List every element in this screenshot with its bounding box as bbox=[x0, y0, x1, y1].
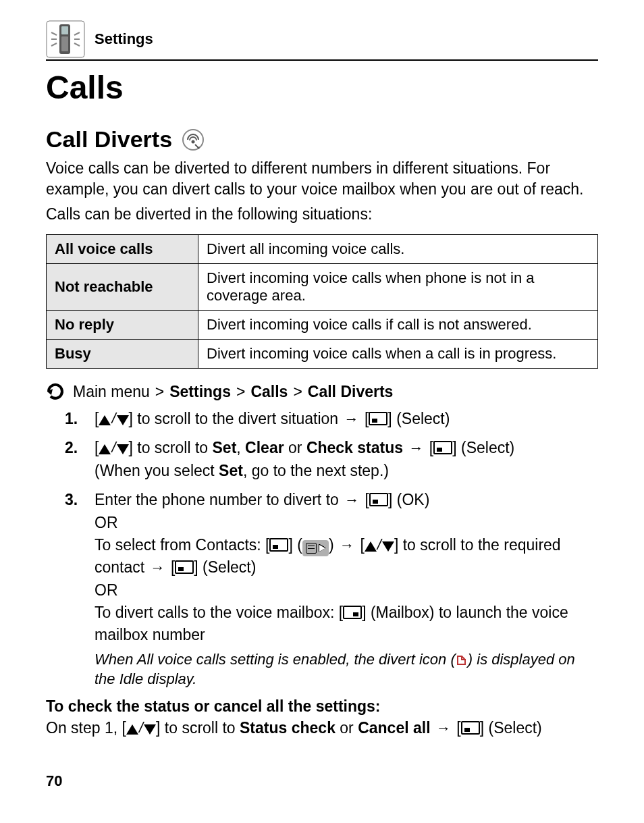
menu-breadcrumb: Main menu > Settings > Calls > Call Dive… bbox=[46, 382, 598, 401]
label-set: Set bbox=[219, 462, 243, 479]
arrow-right-icon: → bbox=[151, 560, 165, 575]
left-softkey-icon bbox=[175, 560, 194, 574]
left-softkey-icon bbox=[461, 721, 480, 735]
row-desc: Divert incoming voice calls when a call … bbox=[198, 340, 598, 369]
intro-paragraph-1: Voice calls can be diverted to different… bbox=[46, 158, 598, 200]
nav-up-icon bbox=[99, 444, 111, 454]
nav-up-icon bbox=[99, 415, 111, 425]
arrow-right-icon: → bbox=[436, 721, 451, 736]
row-label: Not reachable bbox=[47, 264, 198, 311]
crumb-sep: > bbox=[236, 383, 245, 401]
text: (OK) bbox=[397, 491, 430, 508]
table-row: All voice calls Divert all incoming voic… bbox=[47, 235, 598, 264]
section-subtitle: Call Diverts bbox=[46, 126, 172, 153]
divert-status-icon bbox=[456, 652, 468, 664]
label-cancel-all: Cancel all bbox=[358, 719, 430, 737]
note: When All voice calls setting is enabled,… bbox=[95, 649, 598, 689]
crumb-sep: > bbox=[293, 383, 302, 401]
nav-down-icon bbox=[144, 724, 156, 735]
nav-up-icon bbox=[126, 724, 138, 735]
row-desc: Divert incoming voice calls when phone i… bbox=[198, 264, 598, 311]
text: When All voice calls setting is enabled,… bbox=[95, 651, 446, 668]
goto-arrow-icon bbox=[46, 382, 65, 401]
phone-icon bbox=[46, 20, 85, 58]
arrow-right-icon: → bbox=[340, 538, 354, 553]
table-row: No reply Divert incoming voice calls if … bbox=[47, 311, 598, 340]
label-status-check: Status check bbox=[240, 719, 336, 737]
left-softkey-icon bbox=[269, 538, 288, 552]
page-number: 70 bbox=[46, 772, 598, 790]
arrow-right-icon: → bbox=[344, 493, 359, 508]
row-label: All voice calls bbox=[47, 235, 198, 264]
text: (When you select bbox=[95, 462, 215, 479]
nav-down-icon bbox=[117, 444, 129, 454]
steps-list: [/] to scroll to the divert situation → … bbox=[65, 408, 598, 689]
text: (Select) bbox=[461, 439, 514, 456]
intro-paragraph-2: Calls can be diverted in the following s… bbox=[46, 204, 598, 225]
text: or bbox=[340, 719, 353, 737]
left-softkey-icon bbox=[433, 441, 452, 454]
text: or bbox=[288, 439, 302, 456]
crumb-main: Main menu bbox=[73, 383, 150, 401]
row-desc: Divert all incoming voice calls. bbox=[198, 235, 598, 264]
text: To divert calls to the voice mailbox: bbox=[95, 604, 334, 621]
crumb-settings: Settings bbox=[169, 383, 231, 401]
page-title: Calls bbox=[46, 69, 598, 106]
text: to scroll to the divert situation bbox=[137, 410, 338, 427]
step-3: Enter the phone number to divert to → []… bbox=[65, 489, 598, 689]
check-body: On step 1, [/] to scroll to Status check… bbox=[46, 717, 598, 739]
header: Settings bbox=[46, 20, 598, 61]
nav-up-icon bbox=[365, 541, 377, 552]
text: , bbox=[236, 439, 240, 456]
table-row: Busy Divert incoming voice calls when a … bbox=[47, 340, 598, 369]
arrow-right-icon: → bbox=[408, 441, 423, 456]
arrow-right-icon: → bbox=[344, 412, 359, 427]
text: On step 1, bbox=[46, 719, 117, 737]
check-heading: To check the status or cancel all the se… bbox=[46, 697, 598, 716]
crumb-sep: > bbox=[155, 383, 164, 401]
label-set: Set bbox=[213, 439, 237, 456]
row-label: Busy bbox=[47, 340, 198, 369]
contacts-shortcut-icon bbox=[302, 540, 329, 556]
text: to scroll to bbox=[137, 439, 208, 456]
row-label: No reply bbox=[47, 311, 198, 340]
svg-rect-3 bbox=[61, 36, 68, 51]
section-label: Settings bbox=[95, 30, 153, 48]
crumb-calls: Calls bbox=[250, 383, 288, 401]
label-clear: Clear bbox=[245, 439, 284, 456]
divert-situations-table: All voice calls Divert all incoming voic… bbox=[46, 234, 598, 369]
left-softkey-icon bbox=[369, 412, 387, 425]
text: (Select) bbox=[203, 558, 256, 576]
text: to scroll to bbox=[165, 719, 236, 737]
text-or: OR bbox=[95, 514, 118, 531]
step-1: [/] to scroll to the divert situation → … bbox=[65, 408, 598, 430]
text: Enter the phone number to divert to bbox=[95, 491, 339, 508]
text: (Select) bbox=[396, 410, 450, 427]
nav-down-icon bbox=[117, 415, 129, 425]
text-or: OR bbox=[95, 581, 118, 599]
svg-point-10 bbox=[183, 130, 203, 150]
text: (Select) bbox=[489, 719, 542, 737]
left-softkey-icon bbox=[369, 493, 388, 506]
svg-point-11 bbox=[192, 140, 195, 143]
nav-down-icon bbox=[382, 541, 394, 552]
right-softkey-icon bbox=[343, 606, 362, 619]
crumb-diverts: Call Diverts bbox=[308, 383, 394, 401]
text: , go to the next step.) bbox=[243, 462, 389, 479]
row-desc: Divert incoming voice calls if call is n… bbox=[198, 311, 598, 340]
svg-rect-2 bbox=[61, 26, 68, 34]
network-dependent-icon bbox=[182, 128, 205, 151]
label-check-status: Check status bbox=[306, 439, 403, 456]
step-2: [/] to scroll to Set, Clear or Check sta… bbox=[65, 437, 598, 482]
text: To select from Contacts: bbox=[95, 536, 261, 554]
table-row: Not reachable Divert incoming voice call… bbox=[47, 264, 598, 311]
